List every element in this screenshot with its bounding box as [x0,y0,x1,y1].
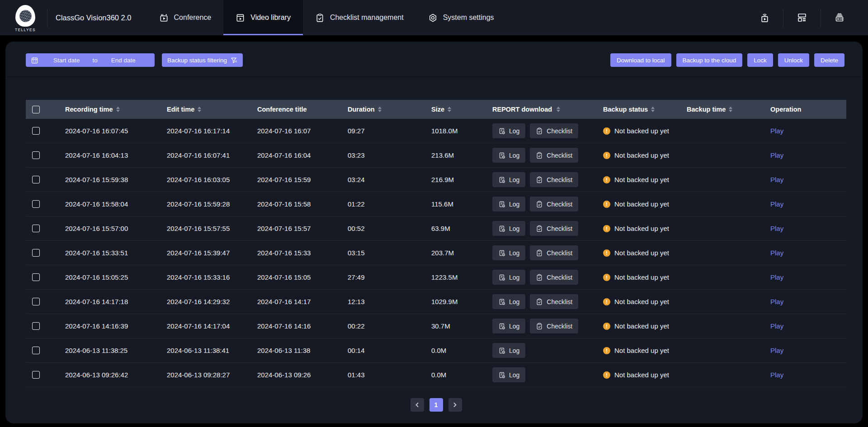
end-date-field[interactable]: End date [98,57,149,64]
checklist-download-button[interactable]: Checklist [530,294,578,309]
play-link[interactable]: Play [770,273,783,281]
row-checkbox[interactable] [32,371,40,379]
checklist-download-button[interactable]: Checklist [530,197,578,211]
header-recording-time[interactable]: Recording time [59,106,160,113]
edit-time-cell: 2024-07-16 14:17:04 [160,322,251,330]
checklist-file-icon [536,274,543,281]
calendar-icon [31,57,38,64]
tab-video-library[interactable]: Video library [223,0,303,35]
page-1-button[interactable]: 1 [429,398,443,412]
row-checkbox[interactable] [32,225,40,232]
header-duration[interactable]: Duration [341,106,425,113]
unlock-button[interactable]: Unlock [778,53,809,67]
header-backup-status[interactable]: Backup status [597,106,680,113]
row-checkbox[interactable] [32,347,40,354]
checklist-download-button[interactable]: Checklist [530,319,578,333]
next-page-button[interactable] [448,398,462,412]
tab-checklist-management[interactable]: Checklist management [303,0,416,35]
log-button-label: Log [509,152,519,159]
pagination: 1 [26,398,846,412]
backup-status-text: Not backed up yet [614,322,669,330]
header-size[interactable]: Size [425,106,486,113]
play-link[interactable]: Play [770,200,783,208]
play-link[interactable]: Play [770,151,783,159]
tellyes-logo: TELLYES [12,0,39,35]
checklist-file-icon [536,323,543,330]
row-checkbox[interactable] [32,151,40,159]
table-row: 2024-06-13 11:38:25 2024-06-13 11:38:41 … [26,338,846,363]
sort-icon[interactable] [557,107,560,113]
play-link[interactable]: Play [770,347,783,354]
backup-status-text: Not backed up yet [614,200,669,208]
recording-time-cell: 2024-07-16 16:04:13 [59,151,160,159]
tab-conference[interactable]: Conference [147,0,224,35]
duration-cell: 03:24 [341,176,425,183]
header-backup-time[interactable]: Backup time [680,106,764,113]
recording-time-cell: 2024-06-13 09:26:42 [59,371,160,379]
checklist-download-button[interactable]: Checklist [530,123,578,138]
row-checkbox[interactable] [32,176,40,183]
date-range-picker[interactable]: Start date to End date [26,53,155,67]
sort-icon[interactable] [198,107,201,113]
checklist-download-button[interactable]: Checklist [530,245,578,260]
checklist-download-button[interactable]: Checklist [530,270,578,285]
checklist-download-button[interactable]: Checklist [530,221,578,236]
layout-icon[interactable] [783,12,821,23]
warning-icon: ! [603,225,610,232]
play-link[interactable]: Play [770,249,783,257]
play-link[interactable]: Play [770,322,783,330]
backup-to-cloud-button[interactable]: Backup to the cloud [676,53,743,67]
sort-icon[interactable] [116,107,120,113]
log-download-button[interactable]: Log [492,123,525,138]
recorder-device-icon[interactable] [821,12,858,23]
log-download-button[interactable]: Log [492,245,525,260]
start-date-field[interactable]: Start date [41,57,92,64]
row-checkbox[interactable] [32,298,40,305]
download-to-local-button[interactable]: Download to local [610,53,671,67]
table-row: 2024-07-16 15:59:38 2024-07-16 16:03:05 … [26,168,846,192]
log-download-button[interactable]: Log [492,221,525,236]
log-download-button[interactable]: Log [492,172,525,187]
play-link[interactable]: Play [770,225,783,232]
row-checkbox[interactable] [32,249,40,257]
log-download-button[interactable]: Log [492,343,525,358]
delete-button[interactable]: Delete [814,53,844,67]
checklist-download-button[interactable]: Checklist [530,148,578,163]
backup-status-filter-button[interactable]: Backup status filtering [162,53,243,67]
sort-icon[interactable] [448,107,451,113]
row-checkbox[interactable] [32,200,40,208]
checklist-download-button[interactable]: Checklist [530,172,578,187]
log-download-button[interactable]: Log [492,148,525,163]
play-link[interactable]: Play [770,176,783,183]
row-checkbox[interactable] [32,322,40,330]
log-download-button[interactable]: Log [492,197,525,211]
sort-icon[interactable] [378,107,382,113]
recording-time-cell: 2024-07-16 15:58:04 [59,200,160,208]
row-checkbox[interactable] [32,273,40,281]
recording-time-cell: 2024-07-16 14:16:39 [59,322,160,330]
log-download-button[interactable]: Log [492,270,525,285]
cast-screen-icon[interactable] [746,12,783,23]
report-download-cell: Log Checklist [486,270,597,285]
tab-system-settings[interactable]: System settings [416,0,506,35]
sort-icon[interactable] [729,107,732,113]
row-checkbox[interactable] [32,127,40,135]
play-link[interactable]: Play [770,298,783,305]
conference-title-cell: 2024-07-16 16:04 [251,151,341,159]
log-download-button[interactable]: Log [492,367,525,382]
conference-title-cell: 2024-07-16 16:07 [251,127,341,135]
play-link[interactable]: Play [770,127,783,135]
log-button-label: Log [509,371,519,379]
operation-cell: Play [764,151,846,159]
log-download-button[interactable]: Log [492,294,525,309]
lock-button[interactable]: Lock [747,53,773,67]
sort-icon[interactable] [651,107,655,113]
select-all-checkbox[interactable] [32,106,40,113]
recording-time-cell: 2024-07-16 16:07:45 [59,127,160,135]
play-link[interactable]: Play [770,371,783,379]
header-edit-time[interactable]: Edit time [160,106,251,113]
warning-icon: ! [603,298,610,305]
log-download-button[interactable]: Log [492,319,525,333]
header-report-download[interactable]: REPORT download [486,106,597,113]
prev-page-button[interactable] [410,398,424,412]
